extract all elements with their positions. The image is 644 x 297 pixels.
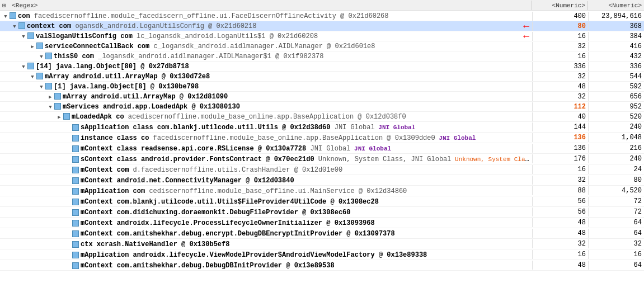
table-row[interactable]: ▶mArray android.util.ArrayMap @ 0x12d810… [0, 92, 644, 102]
table-row[interactable]: mApplication com cediscernoffline.module… [0, 186, 644, 196]
leaf-icon [65, 165, 72, 172]
row-name-cell: mContext com.didichuxing.doraemonkit.Deb… [0, 207, 532, 217]
tree-view[interactable]: ▼con facediscernoffline.module_facedisce… [0, 11, 644, 297]
object-icon [72, 252, 79, 258]
row-numeric2: 544 [588, 72, 644, 81]
object-icon [45, 53, 52, 59]
table-row[interactable]: ▼[1] java.lang.Object[8] @ 0x130be798485… [0, 82, 644, 92]
table-row[interactable]: sContext class android.provider.FontsCon… [0, 154, 644, 164]
leaf-icon [65, 197, 72, 204]
leaf-icon [65, 122, 72, 129]
table-row[interactable]: mApplication androidx.lifecycle.ViewMode… [0, 249, 644, 260]
table-row[interactable]: mContext com.amitshekhar.debug.DebugDBIn… [0, 260, 644, 271]
table-row[interactable]: ▼context com ogansdk_android.LoganUtilsC… [0, 21, 644, 31]
row-numeric1: 16 [532, 250, 588, 259]
row-numeric2: 216 [588, 144, 644, 153]
table-row[interactable]: mContext com.didichuxing.doraemonkit.Deb… [0, 207, 644, 218]
table-row[interactable]: mContext com.amitshekhar.debug.encrypt.D… [0, 228, 644, 239]
object-icon [45, 83, 52, 89]
row-numeric1: 336 [532, 62, 588, 71]
table-row[interactable]: mContext com.blankj.utilcode.util.Utils$… [0, 196, 644, 207]
row-label: serviceConnectCallBack com [45, 43, 149, 50]
table-row[interactable]: mContext com d.facediscernoffline.utils.… [0, 164, 644, 175]
row-numeric1: 16 [532, 165, 588, 174]
collapse-icon[interactable]: ▼ [38, 54, 45, 60]
object-icon [18, 22, 25, 29]
jni-tag: JNI Global [350, 145, 391, 152]
row-numeric1: 136 [532, 133, 588, 142]
object-icon [72, 241, 79, 248]
object-icon [72, 135, 79, 142]
collapse-icon[interactable]: ▶ [29, 44, 36, 50]
table-row[interactable]: ▼[14] java.lang.Object[80] @ 0x27db87183… [0, 62, 644, 72]
collapse-icon[interactable]: ▼ [2, 13, 9, 20]
row-numeric1: 32 [532, 92, 588, 101]
row-label: mContext com.didichuxing.doraemonkit.Deb… [81, 209, 350, 216]
table-row[interactable]: ▼valSloganUtilsConfig com lc_logansdk_an… [0, 31, 644, 41]
collapse-icon[interactable]: ▼ [47, 104, 54, 111]
collapse-icon[interactable]: ▶ [56, 114, 63, 121]
row-numeric1: 16 [532, 52, 588, 61]
row-numeric1: 48 [532, 261, 588, 270]
table-row[interactable]: ▼mArray android.util.ArrayMap @ 0x130d72… [0, 72, 644, 82]
row-numeric2: 384 [588, 32, 644, 41]
collapse-icon[interactable]: ▼ [11, 23, 18, 30]
row-name-cell: mContext com.blankj.utilcode.util.Utils$… [0, 196, 532, 206]
row-numeric1: 48 [532, 82, 588, 91]
table-row[interactable]: sApplication class com.blankj.utilcode.u… [0, 122, 644, 133]
jni-tag: JNI Global [375, 124, 416, 131]
table-row[interactable]: instance class co facediscernoffline.mod… [0, 133, 644, 143]
row-label: mContext class readsense.api.core.RSLice… [81, 145, 306, 153]
row-label: sContext class android.provider.FontsCon… [81, 155, 314, 163]
table-row[interactable]: ▶mLoadedApk co acediscernoffline.module_… [0, 112, 644, 122]
leaf-icon [65, 186, 72, 193]
row-name-cell: ▼con facediscernoffline.module_facedisce… [0, 12, 532, 21]
row-numeric1: 40 [532, 112, 588, 121]
collapse-icon[interactable]: ▼ [20, 64, 27, 70]
table-row[interactable]: mContext androidx.lifecycle.ProcessLifec… [0, 218, 644, 228]
table-row[interactable]: mContext class readsense.api.core.RSLice… [0, 143, 644, 154]
row-numeric2: 592 [588, 82, 644, 91]
table-row[interactable]: ▶serviceConnectCallBack com c_logansdk_a… [0, 41, 644, 51]
row-label: mContext android.net.ConnectivityManager… [81, 177, 294, 185]
collapse-icon[interactable]: ▶ [47, 94, 54, 101]
row-numeric1: 144 [532, 122, 588, 131]
row-numeric2: 416 [588, 42, 644, 51]
leaf-icon [65, 144, 72, 150]
leaf-icon [65, 261, 72, 267]
row-numeric2: 64 [588, 261, 644, 270]
object-icon [72, 199, 79, 205]
table-row[interactable]: ▼this$0 com _logansdk_android.aidlmanage… [0, 51, 644, 62]
row-name-cell: sApplication class com.blankj.utilcode.u… [0, 122, 532, 132]
jni-tag: JNI Global [435, 135, 476, 142]
table-row[interactable]: ▼mServices android.app.LoadedApk @ 0x130… [0, 102, 644, 112]
header-regex: ⊞ <Regex> [0, 1, 532, 10]
row-numeric1: 80 [532, 22, 588, 31]
object-icon [36, 43, 43, 49]
row-label: mArray android.util.ArrayMap @ 0x130d72e… [45, 73, 210, 81]
table-row[interactable]: ▼con facediscernoffline.module_facedisce… [0, 11, 644, 21]
collapse-icon[interactable]: ▼ [20, 34, 27, 40]
row-label: this$0 com [54, 53, 94, 60]
row-numeric2: 240 [588, 122, 644, 131]
row-label: mContext androidx.lifecycle.ProcessLifec… [81, 219, 375, 227]
table-row[interactable]: mContext android.net.ConnectivityManager… [0, 175, 644, 186]
row-numeric2: 64 [588, 218, 644, 227]
row-numeric2: 4,520 [588, 186, 644, 195]
row-name-cell: ▼mArray android.util.ArrayMap @ 0x130d72… [0, 72, 532, 81]
table-row[interactable]: ctx xcrash.NativeHandler @ 0x130b5ef8323… [0, 239, 644, 249]
row-name-cell: mApplication androidx.lifecycle.ViewMode… [0, 249, 532, 260]
row-numeric1: 32 [532, 176, 588, 185]
collapse-icon[interactable]: ▼ [29, 74, 36, 81]
row-numeric1: 16 [532, 32, 588, 41]
row-numeric2: 23,894,616 [588, 12, 644, 21]
object-icon [72, 209, 79, 216]
object-icon [72, 124, 79, 131]
collapse-icon[interactable]: ▼ [38, 84, 45, 91]
row-numeric2: 432 [588, 52, 644, 61]
object-icon [27, 32, 34, 39]
object-icon [72, 145, 79, 152]
row-numeric1: 32 [532, 42, 588, 51]
object-icon [54, 103, 61, 110]
row-label: mContext com [81, 166, 129, 174]
